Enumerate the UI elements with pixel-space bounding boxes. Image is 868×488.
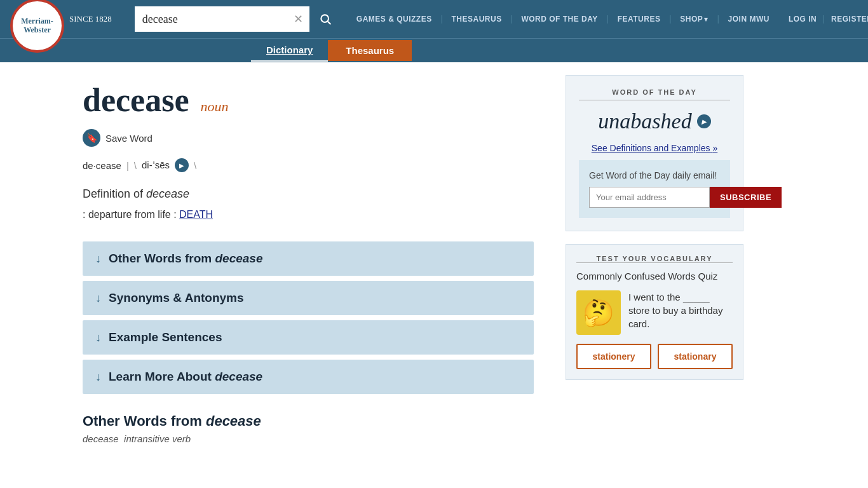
vocab-box: TEST YOUR VOCABULARY Commonly Confused W…: [566, 244, 743, 380]
bookmark-icon: 🔖: [86, 133, 97, 144]
search-input[interactable]: [135, 6, 287, 32]
collapsible-learn-more[interactable]: ↓ Learn More About decease: [83, 360, 534, 394]
save-word-label[interactable]: Save Word: [105, 133, 153, 144]
wotd-see-link-row: See Definitions and Examples »: [579, 142, 730, 154]
other-words-subtitle: decease intransitive verb: [83, 433, 534, 444]
nav-games-quizzes[interactable]: GAMES & QUIZZES: [348, 15, 441, 24]
collapse-arrow-other-words: ↓: [95, 252, 101, 266]
wotd-audio-button[interactable]: ▶: [697, 114, 711, 128]
wotd-word: unabashed ▶: [579, 109, 730, 133]
nav-thesaurus[interactable]: THESAURUS: [442, 15, 510, 24]
other-words-title: Other Words from decease: [83, 413, 534, 430]
audio-button[interactable]: ▶: [175, 158, 189, 172]
death-link[interactable]: DEATH: [179, 209, 213, 220]
wotd-email-form: SUBSCRIBE: [589, 187, 720, 208]
collapse-arrow-learn-more: ↓: [95, 370, 101, 384]
content-area: decease noun 🔖 Save Word de·cease | \ di…: [0, 62, 559, 463]
save-word-row: 🔖 Save Word: [83, 129, 534, 147]
pron-ipa: di-ˈsēs: [142, 159, 170, 171]
page: Merriam- Webster SINCE 1828 ✕ GAMES & QU…: [0, 0, 868, 488]
svg-line-1: [328, 22, 331, 25]
collapsible-other-words[interactable]: ↓ Other Words from decease: [83, 241, 534, 276]
auth-links: LOG IN | REGISTER: [789, 14, 868, 24]
shop-dropdown-icon: ▾: [704, 15, 709, 24]
collapse-label-synonyms: Synonyms & Antonyms: [109, 291, 244, 305]
svg-point-0: [321, 15, 329, 22]
search-button[interactable]: [309, 6, 341, 32]
vocab-option-stationery[interactable]: stationery: [576, 344, 651, 369]
definition-text: : departure from life : DEATH: [83, 207, 534, 222]
vocab-option-stationary[interactable]: stationary: [658, 344, 733, 369]
pronunciation-row: de·cease | \ di-ˈsēs ▶ \: [83, 158, 534, 172]
tab-thesaurus[interactable]: Thesaurus: [328, 40, 412, 61]
word-pos: noun: [200, 98, 228, 115]
search-icon: [319, 13, 332, 25]
vocab-options: stationery stationary: [576, 344, 733, 379]
logo-text: Merriam- Webster: [21, 17, 53, 35]
wotd-email-section: Get Word of the Day daily email! SUBSCRI…: [579, 160, 730, 218]
definition-section: Definition of decease : departure from l…: [83, 187, 534, 222]
def-label: Definition of decease: [83, 187, 534, 201]
vocab-label: TEST YOUR VOCABULARY: [576, 255, 733, 263]
wotd-audio-icon: ▶: [702, 118, 707, 125]
search-bar: ✕: [135, 6, 341, 32]
tab-dictionary[interactable]: Dictionary: [251, 39, 328, 62]
main-layout: decease noun 🔖 Save Word de·cease | \ di…: [0, 62, 868, 463]
audio-icon: ▶: [179, 162, 184, 169]
collapsibles: ↓ Other Words from decease ↓ Synonyms & …: [83, 241, 534, 394]
collapse-label-other-words: Other Words from decease: [109, 252, 263, 266]
sidebar: WORD OF THE DAY unabashed ▶ See Definiti…: [559, 62, 756, 463]
collapsible-synonyms[interactable]: ↓ Synonyms & Antonyms: [83, 281, 534, 315]
logo-wrap: Merriam- Webster SINCE 1828: [10, 0, 112, 53]
header: Merriam- Webster SINCE 1828 ✕ GAMES & QU…: [0, 0, 868, 38]
main-nav: GAMES & QUIZZES | THESAURUS | WORD OF TH…: [348, 14, 778, 24]
login-link[interactable]: LOG IN: [789, 15, 817, 24]
nav-word-of-day[interactable]: WORD OF THE DAY: [512, 15, 606, 24]
logo[interactable]: Merriam- Webster: [10, 0, 64, 53]
word-heading: decease noun: [83, 81, 534, 119]
since-text: SINCE 1828: [69, 14, 112, 24]
collapsible-examples[interactable]: ↓ Example Sentences: [83, 320, 534, 355]
sub-nav: Dictionary Thesaurus: [0, 38, 868, 62]
pron-syllable: de·cease: [83, 160, 121, 171]
nav-join-mwu[interactable]: JOIN MWU: [719, 15, 778, 24]
wotd-email-input[interactable]: [589, 187, 710, 208]
wotd-email-label: Get Word of the Day daily email!: [589, 170, 720, 180]
register-link[interactable]: REGISTER: [831, 15, 868, 24]
vocab-quiz-title: Commonly Confused Words Quiz: [576, 271, 733, 281]
vocab-emoji-row: 🤔 I went to the _____ store to buy a bir…: [576, 290, 733, 335]
wotd-box: WORD OF THE DAY unabashed ▶ See Definiti…: [566, 75, 743, 231]
nav-features[interactable]: FEATURES: [609, 15, 670, 24]
wotd-subscribe-button[interactable]: SUBSCRIBE: [710, 187, 782, 208]
vocab-emoji: 🤔: [576, 290, 621, 335]
collapse-label-learn-more: Learn More About decease: [109, 370, 262, 384]
save-icon-button[interactable]: 🔖: [83, 129, 100, 147]
nav-shop[interactable]: SHOP ▾: [671, 15, 717, 24]
wotd-see-link[interactable]: See Definitions and Examples »: [592, 143, 717, 153]
other-words-section: Other Words from decease decease intrans…: [83, 413, 534, 444]
vocab-question: I went to the _____ store to buy a birth…: [628, 290, 733, 330]
word-title: decease: [83, 81, 189, 119]
wotd-label: WORD OF THE DAY: [579, 88, 730, 100]
collapse-arrow-synonyms: ↓: [95, 292, 101, 305]
collapse-arrow-examples: ↓: [95, 331, 101, 344]
collapse-label-examples: Example Sentences: [109, 330, 222, 344]
search-clear-button[interactable]: ✕: [287, 12, 309, 26]
